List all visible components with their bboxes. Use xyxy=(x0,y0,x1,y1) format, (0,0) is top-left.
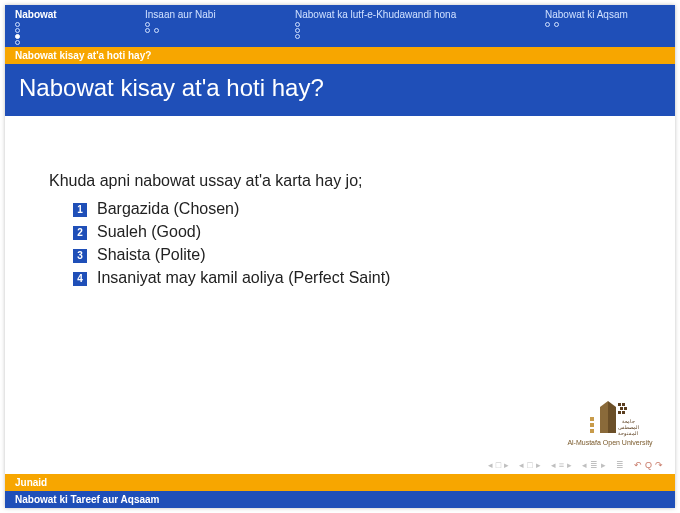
svg-rect-3 xyxy=(590,423,594,427)
nav-progress-dots xyxy=(145,22,275,33)
item-text: Sualeh (Good) xyxy=(97,223,201,241)
item-text: Insaniyat may kamil aoliya (Perfect Sain… xyxy=(97,269,390,287)
nav-section-nabowat[interactable]: Nabowat xyxy=(5,9,135,45)
footer-title: Nabowat ki Tareef aur Aqsaam xyxy=(5,491,675,508)
nav-subsection-icon[interactable]: ◂≡▸ xyxy=(551,460,572,470)
svg-rect-2 xyxy=(590,417,594,421)
footer-author: Junaid xyxy=(5,474,675,491)
nav-title: Nabowat ki Aqsam xyxy=(545,9,665,20)
svg-rect-9 xyxy=(618,411,621,414)
nav-first-icon[interactable]: ◂□▸ xyxy=(488,460,509,470)
svg-rect-4 xyxy=(590,429,594,433)
list-item: 1 Bargazida (Chosen) xyxy=(73,200,635,218)
nav-sections: Nabowat Insaan aur Nabi Nabowat ka lutf-… xyxy=(5,5,675,47)
lead-text: Khuda apni nabowat ussay at'a karta hay … xyxy=(49,172,635,190)
nav-section-insaan[interactable]: Insaan aur Nabi xyxy=(135,9,285,45)
slide: Nabowat Insaan aur Nabi Nabowat ka lutf-… xyxy=(5,5,675,508)
item-text: Shaista (Polite) xyxy=(97,246,206,264)
nav-progress-dots xyxy=(295,22,525,39)
item-number: 2 xyxy=(73,226,87,240)
svg-rect-5 xyxy=(618,403,621,406)
nav-section-aqsam[interactable]: Nabowat ki Aqsam xyxy=(535,9,675,45)
enum-list: 1 Bargazida (Chosen) 2 Sualeh (Good) 3 S… xyxy=(49,200,635,287)
svg-rect-6 xyxy=(622,403,625,406)
svg-marker-1 xyxy=(608,401,616,433)
nav-append-icon[interactable]: ≣ xyxy=(616,460,624,470)
item-number: 1 xyxy=(73,203,87,217)
nav-section-lutf[interactable]: Nabowat ka lutf-e-Khudawandi hona xyxy=(285,9,535,45)
nav-title: Nabowat xyxy=(15,9,125,20)
svg-rect-7 xyxy=(620,407,623,410)
svg-marker-0 xyxy=(600,401,608,433)
nav-frame-icon[interactable]: ◂□▸ xyxy=(519,460,540,470)
item-number: 4 xyxy=(73,272,87,286)
nav-title: Nabowat ka lutf-e-Khudawandi hona xyxy=(295,9,525,20)
svg-rect-8 xyxy=(624,407,627,410)
list-item: 2 Sualeh (Good) xyxy=(73,223,635,241)
beamer-nav-controls: ◂□▸ ◂□▸ ◂≡▸ ◂≣▸ ≣ ↶Q↷ xyxy=(5,456,675,474)
nav-undo-redo-icon[interactable]: ↶Q↷ xyxy=(634,460,663,470)
logo-icon: جامعة المصطفى المفتوحة xyxy=(580,393,640,437)
svg-rect-10 xyxy=(622,411,625,414)
university-logo: جامعة المصطفى المفتوحة Al-Mustafa Open U… xyxy=(565,393,655,446)
nav-title: Insaan aur Nabi xyxy=(145,9,275,20)
frame-body: Khuda apni nabowat ussay at'a karta hay … xyxy=(5,116,675,456)
logo-caption: Al-Mustafa Open University xyxy=(565,439,655,446)
nav-section-icon[interactable]: ◂≣▸ xyxy=(582,460,606,470)
item-text: Bargazida (Chosen) xyxy=(97,200,239,218)
item-number: 3 xyxy=(73,249,87,263)
list-item: 3 Shaista (Polite) xyxy=(73,246,635,264)
svg-text:المفتوحة: المفتوحة xyxy=(618,430,638,437)
subsection-bar: Nabowat kisay at'a hoti hay? xyxy=(5,47,675,64)
nav-progress-dots xyxy=(545,22,665,27)
list-item: 4 Insaniyat may kamil aoliya (Perfect Sa… xyxy=(73,269,635,287)
nav-progress-dots xyxy=(15,22,125,45)
frame-title: Nabowat kisay at'a hoti hay? xyxy=(5,64,675,116)
